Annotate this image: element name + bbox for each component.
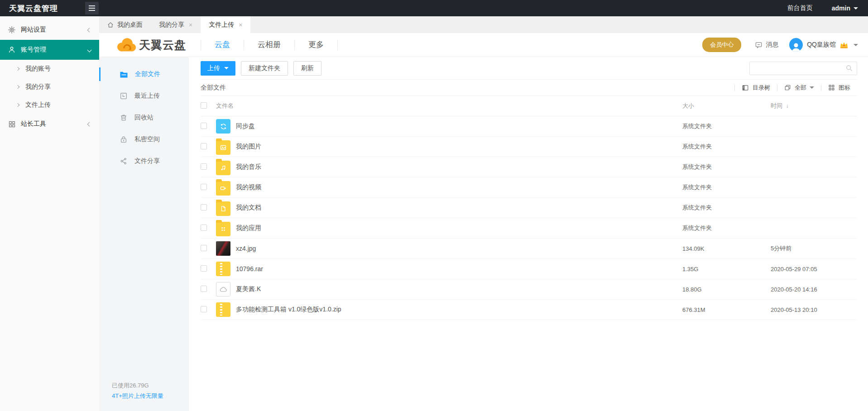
storage-promo-link[interactable]: 4T+照片上传无限量 [112,391,163,401]
file-name[interactable]: 夏美酱.K [236,285,682,293]
select-all-checkbox[interactable] [201,102,207,109]
view-control-label: 目录树 [753,84,770,92]
upload-button[interactable]: 上传 [201,61,235,76]
file-name[interactable]: 我的音乐 [236,163,682,171]
file-name[interactable]: 我的应用 [236,224,682,232]
menu-private-space[interactable]: 私密空间 [99,129,189,150]
column-header-name[interactable]: 文件名 [216,102,682,110]
file-name[interactable]: 我的视频 [236,183,682,191]
sidebar-item-label: 站长工具 [21,120,46,128]
image-thumbnail [216,241,230,256]
front-home-link[interactable]: 前台首页 [787,4,813,12]
search-input[interactable] [750,65,845,72]
row-checkbox[interactable] [201,225,207,231]
crown-icon [839,40,849,49]
menu-file-share[interactable]: 文件分享 [99,150,189,172]
nav-cloud-disk[interactable]: 云盘 [201,39,244,50]
row-checkbox[interactable] [201,306,207,312]
messages-button[interactable]: 消息 [755,41,778,49]
table-header: 文件名 大小 时间 ↓ [201,96,857,116]
sidebar-item-account-management[interactable]: 账号管理 [0,40,99,60]
nav-cloud-album[interactable]: 云相册 [244,39,294,50]
tree-view-button[interactable]: 目录树 [735,84,777,92]
logo-text: 天翼云盘 [139,38,186,53]
sidebar-subitem-my-account[interactable]: 我的账号 [0,60,99,78]
table-row[interactable]: 多功能检测工具箱 v1.0绿色版v1.0.zip 676.31M 2020-05… [201,300,857,320]
row-checkbox[interactable] [201,143,207,149]
new-folder-button[interactable]: 新建文件夹 [241,61,288,76]
row-checkbox[interactable] [201,123,207,129]
file-main: 上传 新建文件夹 刷新 [189,57,868,411]
cloud-file-icon [216,282,230,296]
menu-recycle-bin[interactable]: 回收站 [99,107,189,129]
column-header-size[interactable]: 大小 [682,102,771,110]
file-time: 2020-05-20 14:16 [771,286,857,293]
file-name[interactable]: 10796.rar [236,265,682,272]
row-checkbox[interactable] [201,204,207,210]
file-name[interactable]: 同步盘 [236,122,682,130]
row-checkbox[interactable] [201,245,207,251]
filter-all-dropdown[interactable]: 全部 [777,84,821,92]
sync-folder-icon [216,119,230,134]
row-checkbox[interactable] [201,286,207,292]
chevron-right-icon [16,67,19,71]
doc-folder-icon [216,201,230,216]
search-icon[interactable] [845,64,853,72]
chevron-right-icon [16,103,19,107]
topbar-right: 前台首页 admin [787,4,858,12]
sidebar-item-site-settings[interactable]: 网站设置 [0,20,99,40]
table-row[interactable]: xz4.jpg 134.09K 5分钟前 [201,239,857,259]
cloud-logo-icon [116,37,137,53]
menu-label: 文件分享 [134,157,160,165]
file-name[interactable]: 我的图片 [236,143,682,151]
row-checkbox[interactable] [201,163,207,170]
close-icon[interactable]: × [239,21,242,29]
table-row[interactable]: 同步盘 系统文件夹 [201,116,857,137]
share-icon [120,157,128,165]
refresh-button[interactable]: 刷新 [293,61,321,76]
table-row[interactable]: 我的应用 系统文件夹 [201,218,857,239]
vip-center-button[interactable]: 会员中心 [702,38,741,52]
menu-all-files[interactable]: 全部文件 [99,63,189,85]
sidebar-item-webmaster-tools[interactable]: 站长工具 [0,114,99,134]
table-row[interactable]: 夏美酱.K 18.80G 2020-05-20 14:16 [201,279,857,300]
app-logo[interactable]: 天翼云盘 [116,37,186,53]
account-username[interactable]: QQ皇族馆 [807,41,836,49]
table-row[interactable]: 我的音乐 系统文件夹 [201,157,857,177]
chevron-down-icon[interactable] [854,44,858,48]
app-folder-icon [216,222,230,236]
table-row[interactable]: 我的视频 系统文件夹 [201,177,857,198]
tab-my-shares[interactable]: 我的分享 × [151,16,201,33]
table-row[interactable]: 我的文档 系统文件夹 [201,198,857,218]
toolbar: 上传 新建文件夹 刷新 [201,57,857,80]
row-checkbox[interactable] [201,184,207,190]
row-checkbox[interactable] [201,265,207,272]
picture-folder-icon [216,140,230,155]
breadcrumb[interactable]: 全部文件 [201,84,226,92]
admin-user-menu[interactable]: admin [832,5,858,12]
icons-view-icon [828,84,835,91]
gear-icon [7,26,16,34]
icons-view-button[interactable]: 图标 [821,84,857,92]
file-name[interactable]: 我的文档 [236,204,682,212]
chevron-left-icon [87,28,92,32]
workspace: 我的桌面 我的分享 × 文件上传 × [99,16,868,411]
file-time: 5分钟前 [771,244,857,253]
column-header-time[interactable]: 时间 ↓ [771,102,857,110]
menu-recent-uploads[interactable]: 最近上传 [99,85,189,107]
tab-file-upload[interactable]: 文件上传 × [201,16,250,33]
table-row[interactable]: 10796.rar 1.35G 2020-05-29 07:05 [201,259,857,279]
file-size: 系统文件夹 [682,204,771,212]
sidebar-subitem-file-upload[interactable]: 文件上传 [0,96,99,114]
file-name[interactable]: 多功能检测工具箱 v1.0绿色版v1.0.zip [236,306,682,314]
tab-my-desktop[interactable]: 我的桌面 [99,16,151,33]
sidebar-subitem-my-shares[interactable]: 我的分享 [0,78,99,96]
sort-desc-icon[interactable]: ↓ [786,103,789,109]
file-name[interactable]: xz4.jpg [236,245,682,252]
table-row[interactable]: 我的图片 系统文件夹 [201,137,857,157]
nav-more[interactable]: 更多 [294,39,337,50]
app-body: 全部文件 最近上传 [99,57,868,411]
collapse-menu-button[interactable] [85,2,99,14]
avatar[interactable] [789,38,803,52]
close-icon[interactable]: × [189,21,192,29]
